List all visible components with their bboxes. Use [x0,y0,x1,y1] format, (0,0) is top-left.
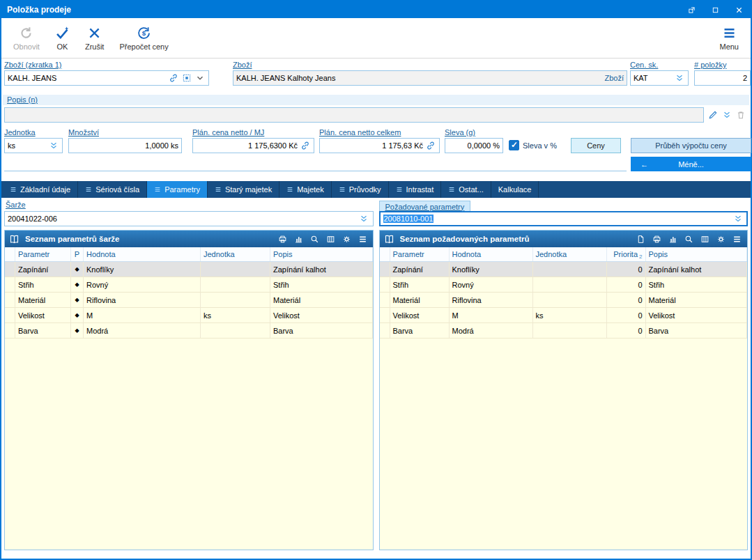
unit-input[interactable]: ks [4,138,63,153]
ok-button[interactable]: OK [47,20,77,56]
printer-icon[interactable] [650,232,663,246]
chain-icon[interactable] [167,72,179,84]
chain-icon[interactable] [424,139,436,152]
batch-table-body: Zapínání◆KnoflíkyZapínání kalhotStřih◆Ro… [5,262,373,339]
table-row[interactable]: Zapínání◆KnoflíkyZapínání kalhot [5,262,373,277]
unit-price-label[interactable]: Plán. cena netto / MJ [192,128,314,137]
table-row[interactable]: VelikostMks0Velikost [380,308,748,323]
column-header-jednotka[interactable]: Jednotka [201,247,270,261]
table-row[interactable]: Velikost◆MksVelikost [5,308,373,323]
pencil-icon[interactable] [707,109,719,121]
tab-s-riov-sla[interactable]: Sériová čísla [78,181,147,198]
discount-input[interactable]: 0,0000 % [445,138,503,153]
search-icon[interactable] [682,232,696,246]
item-number-input[interactable]: 2 [694,70,751,86]
description-label[interactable]: Popis (n) [7,95,38,104]
tab-parametry[interactable]: Parametry [147,181,208,198]
empty-underline-field[interactable] [4,157,627,171]
goods-code-label[interactable]: Zboží (zkratka 1) [4,61,209,69]
table-cell [5,308,15,322]
required-params-label[interactable]: Požadované parametry [379,201,471,212]
goods-input[interactable]: KALH. JEANS Kalhoty Jeans Zboží [233,70,627,86]
batch-label[interactable]: Šarže [6,201,26,209]
goods-link[interactable]: Zboží [604,74,624,82]
picker-icon[interactable] [181,72,192,84]
tab-star-majetek[interactable]: Starý majetek [208,181,279,198]
tab-ostat-[interactable]: Ostat... [441,181,491,198]
gear-icon[interactable] [340,232,353,246]
menu-button[interactable]: Menu [712,20,746,56]
column-header-parametr[interactable]: Parametr [15,247,71,261]
column-header-jednotka[interactable]: Jednotka [533,247,607,261]
double-chevron-icon[interactable] [358,212,370,225]
table-row[interactable]: BarvaModrá0Barva [380,323,748,339]
column-header-popis[interactable]: Popis [270,247,373,261]
tab-pr-vodky[interactable]: Průvodky [332,181,389,198]
prices-button[interactable]: Ceny [571,138,621,153]
double-chevron-icon[interactable] [732,212,744,225]
column-header-hodnota[interactable]: Hodnota [84,247,201,261]
chart-icon[interactable] [292,232,305,246]
table-row[interactable]: MateriálRiflovina0Materiál [380,293,748,308]
table-row[interactable]: Střih◆RovnýStřih [5,277,373,293]
price-group-label[interactable]: Cen. sk. [630,61,689,69]
quantity-input[interactable]: 1,0000 ks [68,138,182,153]
column-header-parametr[interactable]: Parametr [390,247,450,261]
sleva-checkbox[interactable]: Sleva v % [509,140,557,150]
list-menu-icon[interactable] [356,232,369,246]
total-price-label[interactable]: Plán. cena netto celkem [319,128,440,137]
tab-majetek[interactable]: Majetek [279,181,332,198]
table-row[interactable]: ZapínáníKnoflíky0Zapínání kalhot [380,262,748,277]
chain-icon[interactable] [299,139,311,152]
column-header-popis[interactable]: Popis [646,247,748,261]
goods-label[interactable]: Zboží [233,61,627,69]
tab-list-icon [396,186,403,193]
cancel-button[interactable]: Zrušit [77,20,112,56]
tab-kalkulace[interactable]: Kalkulace [491,181,539,198]
close-icon[interactable] [727,1,751,18]
recalc-price-button[interactable]: Přepočet ceny [112,20,176,56]
list-menu-icon[interactable] [730,232,744,246]
discount-label[interactable]: Sleva (g) [445,128,503,137]
tab-intrastat[interactable]: Intrastat [389,181,442,198]
table-row[interactable]: Barva◆ModráBarva [5,323,373,339]
column-header-selector[interactable] [380,247,390,261]
quantity-label[interactable]: Množství [68,128,182,137]
total-price-input[interactable]: 1 175,63 Kč [319,138,440,153]
goods-code-input[interactable]: KALH. JEANS [4,70,209,86]
printer-icon[interactable] [276,232,289,246]
less-button[interactable]: ← Méně... [631,157,751,171]
columns-icon[interactable] [324,232,337,246]
column-header-p[interactable]: P [71,247,84,261]
columns-icon[interactable] [698,232,712,246]
column-header-priorita[interactable]: Priorita2 [607,247,646,261]
double-chevron-icon[interactable] [673,72,685,84]
item-number-label[interactable]: # položky [694,61,751,69]
table-row[interactable]: Materiál◆RiflovinaMateriál [5,293,373,308]
chevron-down-icon[interactable] [194,72,206,84]
new-doc-icon[interactable] [634,232,647,246]
maximize-icon[interactable] [703,1,727,18]
column-header-hodnota[interactable]: Hodnota [450,247,533,261]
column-header-selector[interactable] [5,247,15,261]
price-group-input[interactable]: KAT [630,70,689,86]
tab-z-kladn-daje[interactable]: Základní údaje [3,181,78,198]
double-chevron-icon[interactable] [47,139,59,152]
unit-price-input[interactable]: 1 175,6300 Kč [192,138,314,153]
required-params-input[interactable]: 20081010-001 [379,211,749,226]
batch-input[interactable]: 20041022-006 [4,211,374,226]
price-calc-progress-button[interactable]: Průběh výpočtu ceny [631,138,751,153]
description-input[interactable] [4,107,704,123]
popout-icon[interactable] [680,1,703,18]
double-chevron-icon[interactable] [721,109,732,121]
tab-label: Kalkulace [498,185,532,194]
unit-label[interactable]: Jednotka [4,128,63,137]
table-row[interactable]: StřihRovný0Střih [380,277,748,293]
less-button-label: Méně... [678,160,704,169]
table-cell [380,277,390,292]
gear-icon[interactable] [714,232,728,246]
trash-icon[interactable] [735,109,746,121]
book-icon [383,234,395,244]
chart-icon[interactable] [666,232,680,246]
search-icon[interactable] [308,232,321,246]
